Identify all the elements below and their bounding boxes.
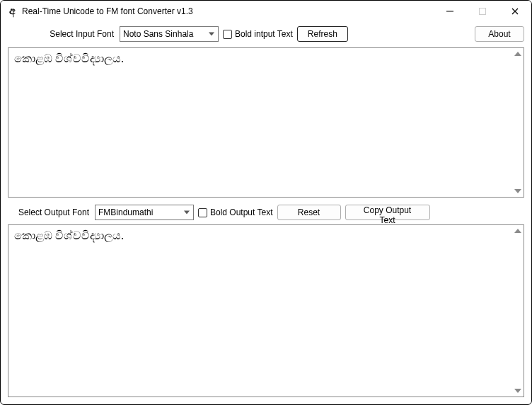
bold-output-checkbox[interactable] [198, 208, 207, 217]
output-font-label: Select Output Font [8, 207, 89, 217]
scroll-down-icon[interactable] [512, 186, 524, 197]
maximize-button[interactable] [466, 1, 499, 22]
input-font-select[interactable]: Noto Sans Sinhala [120, 26, 219, 42]
input-font-label: Select Input Font [8, 29, 114, 39]
bold-output-label: Bold Output Text [210, 207, 273, 217]
output-font-select[interactable]: FMBindumathi [95, 205, 194, 220]
svg-marker-2 [514, 52, 521, 56]
svg-rect-1 [480, 8, 486, 15]
bold-input-checkbox[interactable] [223, 30, 232, 39]
window-title: Real-Time Unicode to FM font Converter v… [22, 6, 193, 16]
close-button[interactable] [499, 1, 531, 22]
svg-marker-5 [514, 389, 521, 393]
bold-input-label: Bold intput Text [235, 29, 293, 39]
title-bar: අ Real-Time Unicode to FM font Converter… [1, 1, 531, 22]
copy-output-button[interactable]: Copy Output Text [345, 205, 430, 220]
svg-marker-3 [514, 189, 521, 193]
scroll-up-icon[interactable] [512, 48, 524, 59]
svg-marker-4 [514, 229, 521, 233]
output-toolbar: Select Output Font FMBindumathi Bold Out… [1, 198, 531, 224]
input-toolbar: Select Input Font Noto Sans Sinhala Bold… [1, 22, 531, 46]
app-icon: අ [6, 6, 18, 17]
scroll-down-icon[interactable] [512, 385, 524, 397]
input-scrollbar[interactable] [512, 48, 524, 197]
input-pane: කොළඹ විශ්වවිද්‍යාලය. [8, 47, 524, 198]
svg-rect-0 [446, 11, 453, 12]
output-textarea[interactable]: කොළඹ විශ්වවිද්‍යාලය. [8, 225, 512, 397]
scroll-up-icon[interactable] [512, 225, 524, 236]
output-pane: කොළඹ විශ්වවිද්‍යාලය. [8, 224, 524, 397]
reset-button[interactable]: Reset [277, 205, 341, 220]
refresh-button[interactable]: Refresh [297, 26, 348, 42]
minimize-button[interactable] [434, 1, 466, 22]
output-scrollbar[interactable] [512, 225, 524, 397]
about-button[interactable]: About [475, 26, 524, 42]
input-textarea[interactable]: කොළඹ විශ්වවිද්‍යාලය. [8, 48, 512, 197]
